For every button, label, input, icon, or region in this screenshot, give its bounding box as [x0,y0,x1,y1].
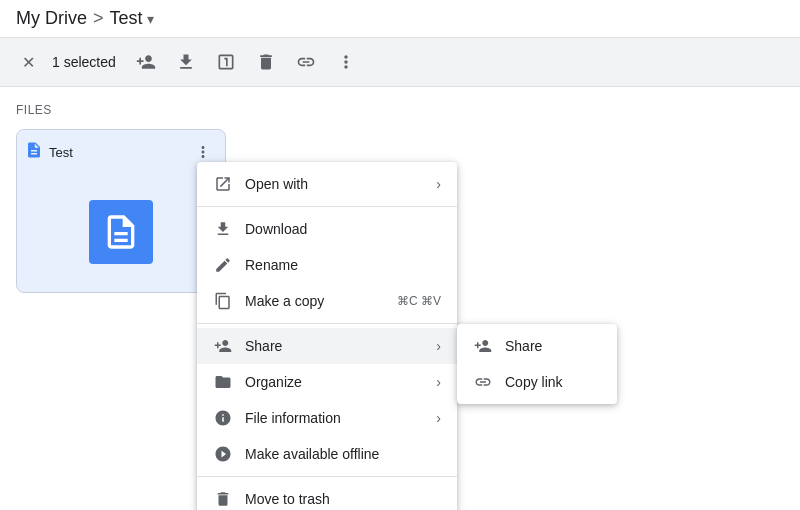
menu-item-download-label: Download [245,221,441,237]
trash-icon [256,52,276,72]
deselect-button[interactable]: ✕ [12,46,44,78]
menu-item-rename-label: Rename [245,257,441,273]
open-with-icon [213,174,233,194]
delete-button[interactable] [248,44,284,80]
file-type-icon [25,141,43,163]
share-arrow-icon: › [436,338,441,354]
trash-menu-icon [213,489,233,509]
menu-item-organize-label: Organize [245,374,424,390]
organize-icon [213,372,233,392]
selected-count: 1 selected [48,54,116,70]
menu-item-file-info-label: File information [245,410,424,426]
menu-item-offline-label: Make available offline [245,446,441,462]
info-icon [213,408,233,428]
share-button[interactable] [128,44,164,80]
menu-item-open-with-label: Open with [245,176,424,192]
download-button[interactable] [168,44,204,80]
file-card-header: Test [17,130,225,172]
file-info-arrow-icon: › [436,410,441,426]
menu-item-organize[interactable]: Organize › [197,364,457,400]
arrow-right-icon: › [436,176,441,192]
preview-button[interactable] [208,44,244,80]
more-vert-icon [336,52,356,72]
organize-arrow-icon: › [436,374,441,390]
submenu-link-icon [473,372,493,392]
download-menu-icon [213,219,233,239]
breadcrumb-separator: > [93,8,104,29]
menu-divider-2 [197,323,457,324]
menu-item-download[interactable]: Download [197,211,457,247]
menu-item-make-copy-label: Make a copy [245,293,385,309]
rename-icon [213,255,233,275]
menu-item-make-copy[interactable]: Make a copy ⌘C ⌘V [197,283,457,319]
breadcrumb-root[interactable]: My Drive [16,8,87,29]
file-grid: Test [16,129,784,293]
share-person-icon [136,52,156,72]
file-card-body [17,172,225,292]
files-label: Files [16,103,784,117]
more-vert-icon [194,143,212,161]
menu-item-trash[interactable]: Move to trash [197,481,457,510]
get-link-button[interactable] [288,44,324,80]
selection-toolbar: ✕ 1 selected [0,37,800,87]
menu-item-offline[interactable]: Make available offline [197,436,457,472]
submenu-share-person-icon [473,336,493,356]
close-icon: ✕ [22,53,35,72]
file-large-icon [89,200,153,264]
menu-item-trash-label: Move to trash [245,491,441,507]
share-menu-icon [213,336,233,356]
menu-divider-1 [197,206,457,207]
more-actions-button[interactable] [328,44,364,80]
file-name: Test [49,145,73,160]
file-card[interactable]: Test [16,129,226,293]
submenu-item-share[interactable]: Share [457,328,617,364]
menu-item-open-with[interactable]: Open with › [197,166,457,202]
menu-item-file-info[interactable]: File information › [197,400,457,436]
link-icon [296,52,316,72]
menu-item-share[interactable]: Share › Share [197,328,457,364]
preview-icon [216,52,236,72]
menu-item-share-label: Share [245,338,424,354]
download-icon [176,52,196,72]
share-submenu: Share Copy link [457,324,617,404]
breadcrumb: My Drive > Test ▾ [0,0,800,37]
breadcrumb-current[interactable]: Test ▾ [110,8,154,29]
copy-icon [213,291,233,311]
submenu-item-copy-link[interactable]: Copy link [457,364,617,400]
submenu-share-label: Share [505,338,542,354]
chevron-down-icon: ▾ [147,11,154,27]
menu-item-rename[interactable]: Rename [197,247,457,283]
file-title-area: Test [25,141,73,163]
files-section: Files Test [0,87,800,301]
menu-divider-3 [197,476,457,477]
submenu-copy-link-label: Copy link [505,374,563,390]
context-menu: Open with › Download [197,162,457,510]
offline-icon [213,444,233,464]
make-copy-shortcut: ⌘C ⌘V [397,294,441,308]
breadcrumb-current-label: Test [110,8,143,29]
